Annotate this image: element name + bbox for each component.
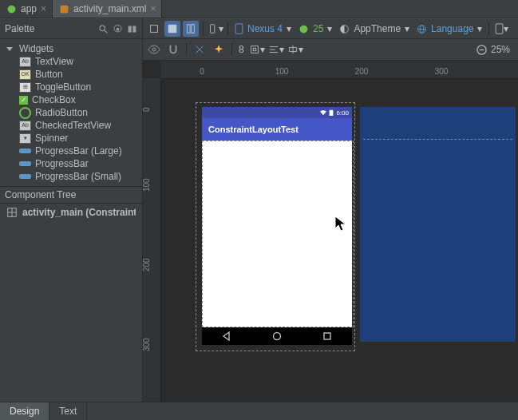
device-name: Nexus 4	[246, 23, 284, 34]
progressbar-icon	[19, 161, 31, 166]
item-label: Spinner	[35, 133, 68, 144]
palette-item-textview[interactable]: AbTextView	[0, 55, 142, 68]
language-selector[interactable]: Language▾	[414, 23, 484, 34]
file-tab-app[interactable]: app ×	[0, 0, 53, 18]
search-icon[interactable]	[97, 23, 109, 34]
surface-blueprint-icon[interactable]	[183, 21, 199, 37]
palette-item-progressbar-small[interactable]: ProgressBar (Small)	[0, 170, 142, 183]
palette-item-button[interactable]: OKButton	[0, 68, 142, 81]
constraint-toolbar: 8 ▾ ▾ ▾ 25%	[143, 39, 518, 61]
checkbox-icon: ✓	[19, 96, 28, 105]
file-tab-bar: app × activity_main.xml ×	[0, 0, 518, 18]
component-tree-root[interactable]: activity_main (ConstraintLayout)	[0, 204, 142, 221]
zoom-out-icon	[476, 44, 488, 56]
palette-header: Palette	[0, 18, 142, 39]
infer-constraints-icon[interactable]	[211, 42, 227, 57]
default-margin[interactable]: 8	[237, 44, 246, 55]
device-preview[interactable]: 6:00 ConstraintLayoutTest	[196, 102, 355, 351]
surface-select-icon[interactable]	[146, 21, 162, 37]
ruler-tick: 100	[143, 178, 151, 192]
magnet-icon[interactable]	[165, 42, 181, 57]
svg-rect-36	[324, 333, 330, 339]
app-title: ConstraintLayoutTest	[208, 125, 299, 134]
group-label: Widgets	[19, 43, 53, 54]
close-icon[interactable]: ×	[150, 3, 156, 14]
item-label: ProgressBar	[35, 158, 89, 169]
svg-rect-25	[251, 46, 258, 53]
tab-text[interactable]: Text	[49, 402, 87, 420]
close-icon[interactable]: ×	[41, 3, 46, 14]
item-label: CheckBox	[32, 94, 76, 105]
file-tab-label: app	[21, 3, 37, 14]
palette-tree: Widgets AbTextView OKButton ⊞ToggleButto…	[0, 39, 142, 186]
constraint-layout-icon	[6, 207, 18, 218]
palette-item-togglebutton[interactable]: ⊞ToggleButton	[0, 81, 142, 93]
svg-point-2	[100, 26, 105, 31]
svg-rect-15	[235, 24, 243, 34]
svg-rect-10	[151, 26, 158, 33]
file-tab-activity-main[interactable]: activity_main.xml ×	[53, 0, 162, 18]
ruler-vertical: 0 100 200 300	[143, 78, 161, 402]
palette-item-radiobutton[interactable]: RadioButton	[0, 106, 142, 119]
orientation-icon[interactable]: ▾	[208, 21, 223, 37]
palette-group-widgets[interactable]: Widgets	[0, 42, 142, 55]
palette-item-progressbar[interactable]: ProgressBar	[0, 157, 142, 170]
clear-constraints-icon[interactable]	[192, 42, 208, 57]
progressbar-icon	[19, 149, 31, 153]
svg-point-16	[300, 25, 308, 33]
item-label: Button	[35, 69, 63, 80]
svg-point-22	[152, 48, 156, 51]
svg-rect-21	[496, 24, 503, 34]
svg-rect-11	[168, 25, 177, 34]
eye-icon[interactable]	[146, 42, 162, 57]
theme-selector[interactable]: AppTheme▾	[337, 23, 412, 34]
palette-item-spinner[interactable]: ▾Spinner	[0, 132, 142, 145]
palette-item-checkbox[interactable]: ✓CheckBox	[0, 93, 142, 106]
gear-icon[interactable]	[112, 23, 123, 34]
item-label: RadioButton	[35, 107, 88, 118]
xml-file-icon	[58, 3, 69, 14]
ruler-tick: 0	[143, 107, 151, 112]
component-label: activity_main (ConstraintLayout)	[22, 207, 136, 218]
guideline-icon[interactable]: ▾	[287, 42, 303, 57]
zoom-level: 25%	[491, 44, 510, 55]
file-tab-label: activity_main.xml	[73, 3, 146, 14]
svg-rect-14	[211, 25, 215, 34]
battery-icon	[329, 109, 334, 116]
item-label: TextView	[35, 56, 73, 67]
blueprint-preview[interactable]	[360, 107, 516, 342]
variant-icon[interactable]: ▾	[493, 21, 509, 37]
zoom-control[interactable]: 25%	[471, 44, 515, 56]
radio-icon	[19, 107, 31, 119]
design-canvas[interactable]: 0 100 200 300 0 100 200 300	[143, 61, 518, 402]
api-selector[interactable]: 25▾	[296, 23, 334, 34]
tab-design[interactable]: Design	[0, 402, 49, 420]
svg-rect-1	[60, 5, 68, 13]
textview-icon: Ab	[19, 57, 31, 67]
palette-item-progressbar-large[interactable]: ProgressBar (Large)	[0, 145, 142, 157]
tab-label: Design	[10, 406, 39, 417]
palette-item-checkedtextview[interactable]: AbCheckedTextView	[0, 119, 142, 132]
design-toolbar: ▾ Nexus 4▾ 25▾ AppTheme▾ Language▾ ▾	[143, 18, 518, 39]
margin-icon[interactable]: ▾	[249, 42, 265, 57]
item-label: CheckedTextView	[35, 120, 111, 131]
svg-rect-12	[188, 25, 191, 34]
status-time: 6:00	[336, 109, 349, 117]
folder-open-icon	[6, 47, 13, 51]
language-label: Language	[429, 23, 475, 34]
ruler-tick: 0	[200, 67, 204, 76]
surface-design-icon[interactable]	[164, 21, 180, 37]
layout-options-icon[interactable]	[126, 23, 137, 34]
wifi-icon	[320, 109, 326, 116]
item-label: ProgressBar (Large)	[35, 145, 122, 157]
svg-point-4	[116, 27, 119, 30]
theme-name: AppTheme	[352, 23, 402, 34]
button-icon: OK	[19, 69, 31, 80]
align-icon[interactable]: ▾	[268, 42, 284, 57]
component-tree-title: Component Tree	[5, 189, 76, 200]
tab-label: Text	[59, 406, 77, 417]
device-selector[interactable]: Nexus 4▾	[232, 23, 294, 34]
api-level: 25	[311, 23, 325, 34]
nav-back-icon	[222, 331, 231, 341]
nav-recent-icon	[322, 331, 332, 341]
